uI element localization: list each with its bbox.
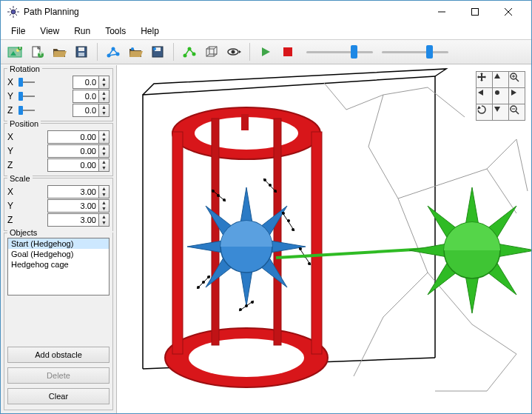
graph-button[interactable] (104, 42, 123, 61)
svg-marker-39 (239, 50, 241, 53)
menu-file[interactable]: File (5, 24, 31, 38)
rotation-x-label: X (7, 77, 16, 87)
open-button[interactable] (50, 42, 69, 61)
svg-line-80 (282, 212, 294, 231)
add-obstacle-button[interactable]: Add obstacle (7, 347, 110, 363)
minimize-button[interactable] (425, 1, 458, 23)
svg-line-83 (197, 276, 210, 289)
menu-bar: File View Run Tools Help (1, 23, 531, 39)
stop-button[interactable] (278, 42, 297, 61)
svg-point-19 (107, 54, 111, 58)
svg-rect-2 (471, 9, 478, 16)
rotation-y-input[interactable]: ▲▼ (73, 90, 110, 103)
save-button[interactable] (72, 42, 91, 61)
position-x-input[interactable]: ▲▼ (47, 130, 110, 144)
svg-point-0 (11, 10, 16, 14)
rotation-legend: Rotation (7, 65, 42, 73)
nav-zoom-in-icon[interactable] (509, 72, 525, 88)
position-x-label: X (7, 132, 16, 142)
app-icon (7, 6, 19, 18)
start-hedgehog-object (187, 187, 306, 306)
rotation-y-label: Y (7, 91, 16, 101)
title-bar: Path Planning (1, 1, 531, 23)
nav-left-icon[interactable] (477, 88, 493, 104)
rotation-x-input[interactable]: ▲▼ (73, 76, 110, 89)
menu-run[interactable]: Run (68, 24, 96, 38)
list-item[interactable]: Start (Hedgehog) (8, 238, 109, 249)
svg-point-45 (189, 338, 304, 377)
window-title: Path Planning (24, 7, 425, 17)
new-scene-button[interactable]: + (5, 42, 24, 61)
position-panel: Position X ▲▼ Y ▲▼ Z ▲▼ (4, 123, 113, 176)
objects-listbox[interactable]: Start (Hedgehog) Goal (Hedgehog) Hedgeho… (7, 238, 110, 296)
nav-move-icon[interactable] (477, 72, 493, 88)
svg-line-104 (516, 111, 519, 114)
svg-rect-50 (241, 114, 249, 130)
play-button[interactable] (256, 42, 275, 61)
clear-button[interactable]: Clear (7, 388, 110, 404)
viewport-3d[interactable] (117, 65, 531, 413)
rotation-x-slider[interactable] (18, 79, 35, 85)
svg-text:+: + (17, 45, 22, 52)
svg-point-22 (131, 47, 134, 50)
svg-point-29 (188, 47, 192, 51)
rotation-z-input[interactable]: ▲▼ (73, 104, 110, 117)
bounding-box-button[interactable] (202, 42, 221, 61)
scale-x-input[interactable]: ▲▼ (47, 185, 110, 198)
sidebar: Rotation X ▲▼ Y ▲▼ Z ▲▼ (1, 65, 117, 413)
slider-2[interactable] (382, 45, 448, 59)
svg-rect-48 (212, 118, 219, 345)
svg-rect-14 (78, 47, 84, 51)
graph-green-button[interactable] (180, 42, 199, 61)
scene-canvas[interactable] (117, 65, 531, 413)
menu-tools[interactable]: Tools (99, 24, 132, 38)
position-y-input[interactable]: ▲▼ (47, 144, 110, 158)
svg-point-38 (232, 50, 235, 54)
visibility-button[interactable] (224, 42, 243, 61)
svg-point-28 (183, 54, 187, 58)
svg-marker-98 (478, 90, 483, 96)
svg-marker-100 (511, 90, 516, 96)
svg-line-95 (516, 79, 519, 81)
svg-marker-102 (494, 107, 500, 112)
svg-point-20 (112, 47, 115, 51)
svg-rect-49 (274, 118, 281, 345)
nav-right-icon[interactable] (509, 88, 525, 104)
svg-rect-46 (172, 132, 183, 354)
menu-help[interactable]: Help (135, 24, 165, 38)
open-graph-button[interactable] (126, 42, 145, 61)
svg-rect-15 (78, 53, 84, 56)
list-item[interactable]: Goal (Hedgehog) (8, 249, 109, 259)
toolbar-separator (97, 43, 98, 61)
scale-legend: Scale (7, 174, 33, 183)
svg-rect-47 (312, 132, 322, 354)
slider-1[interactable] (306, 45, 373, 59)
scale-z-input[interactable]: ▲▼ (47, 213, 110, 227)
objects-legend: Objects (7, 228, 112, 237)
position-z-label: Z (7, 160, 16, 170)
rotation-y-slider[interactable] (18, 93, 35, 99)
scale-y-input[interactable]: ▲▼ (47, 199, 110, 213)
nav-down-icon[interactable] (493, 104, 509, 121)
nav-center-icon[interactable] (493, 88, 509, 104)
nav-zoom-out-icon[interactable] (509, 104, 525, 121)
toolbar: + + (1, 39, 531, 64)
nav-3d-pad (476, 71, 525, 121)
save-graph-button[interactable] (148, 42, 167, 61)
maximize-button[interactable] (458, 1, 491, 23)
svg-marker-101 (477, 106, 481, 110)
rotation-z-slider[interactable] (18, 107, 35, 113)
menu-view[interactable]: View (34, 24, 65, 38)
svg-text:+: + (38, 48, 43, 59)
svg-point-30 (192, 53, 196, 56)
close-button[interactable] (491, 1, 525, 23)
new-file-button[interactable]: + (27, 42, 47, 61)
list-item[interactable]: Hedgehog cage (8, 259, 109, 270)
nav-rotate-icon[interactable] (477, 104, 493, 121)
rotation-z-label: Z (7, 105, 16, 116)
objects-panel: Objects Start (Hedgehog) Goal (Hedgehog)… (4, 233, 113, 410)
position-z-input[interactable]: ▲▼ (47, 158, 110, 172)
nav-up-icon[interactable] (493, 72, 509, 88)
rotation-panel: Rotation X ▲▼ Y ▲▼ Z ▲▼ (4, 68, 113, 121)
delete-button[interactable]: Delete (7, 367, 110, 384)
